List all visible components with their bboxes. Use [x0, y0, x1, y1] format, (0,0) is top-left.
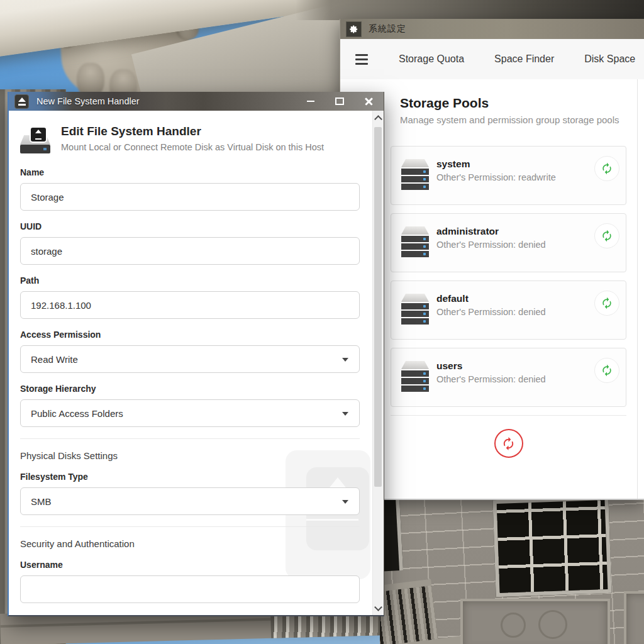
- bg-stone-wall: [380, 497, 644, 644]
- path-field[interactable]: [20, 291, 360, 319]
- storage-hierarchy-select[interactable]: Public Access Folders: [20, 399, 360, 427]
- access-permission-label: Access Permission: [20, 330, 360, 340]
- page-title: Storage Pools: [400, 96, 644, 111]
- panel-divider: [637, 79, 638, 499]
- bg-relief-panel: [460, 599, 610, 644]
- dialog-body: Edit File System Handler Mount Local or …: [9, 111, 384, 615]
- storage-hierarchy-label: Storage Hierarchy: [20, 384, 360, 394]
- pool-name: administrator: [436, 226, 546, 237]
- path-label: Path: [20, 275, 360, 286]
- pool-card-system[interactable]: system Other's Permission: readwrite: [391, 146, 626, 205]
- pool-text: administrator Other's Permission: denied: [436, 226, 546, 250]
- access-permission-value: Read Write: [31, 354, 78, 365]
- dialog-header-text: Edit File System Handler Mount Local or …: [61, 125, 324, 157]
- server-icon: [401, 159, 429, 190]
- dialog-titlebar[interactable]: New File System Handler: [9, 92, 384, 111]
- settings-content: Storage Pools Manage system and permissi…: [340, 79, 644, 500]
- filesystem-type-label: Filesystem Type: [20, 472, 360, 482]
- pool-refresh-button[interactable]: [594, 358, 619, 383]
- pool-text: system Other's Permission: readwrite: [436, 158, 556, 182]
- pool-refresh-button[interactable]: [594, 156, 619, 181]
- server-icon: [401, 361, 429, 392]
- scroll-up-icon[interactable]: [373, 113, 384, 123]
- pool-refresh-button[interactable]: [594, 223, 619, 248]
- refresh-icon: [601, 364, 613, 377]
- uuid-field[interactable]: [20, 237, 360, 265]
- window-controls: [306, 97, 384, 106]
- scrollbar-thumb[interactable]: [374, 127, 382, 487]
- tab-disk-space[interactable]: Disk Space: [584, 53, 635, 65]
- storage-pool-list: system Other's Permission: readwrite adm…: [391, 146, 626, 458]
- settings-titlebar[interactable]: 系統設定: [340, 19, 644, 39]
- chevron-down-icon: [342, 500, 348, 504]
- dialog-heading: Edit File System Handler: [61, 125, 324, 138]
- server-icon: [401, 294, 429, 325]
- section-divider: [20, 438, 360, 439]
- filesystem-type-select[interactable]: SMB: [20, 487, 360, 515]
- filesystem-type-value: SMB: [31, 496, 52, 507]
- pool-name: default: [436, 293, 546, 304]
- scroll-down-icon[interactable]: [373, 603, 384, 613]
- refresh-icon: [501, 436, 516, 451]
- storage-hierarchy-value: Public Access Folders: [31, 408, 123, 419]
- pool-permission: Other's Permission: readwrite: [436, 172, 556, 182]
- dialog-title: New File System Handler: [36, 96, 140, 106]
- page-subtitle: Manage system and permission group stora…: [400, 114, 644, 125]
- pool-card-default[interactable]: default Other's Permission: denied: [391, 280, 626, 340]
- bg-balustrade: [380, 579, 439, 644]
- list-divider: [391, 415, 626, 416]
- bg-entablature-seam: [0, 618, 277, 628]
- bg-window: [492, 497, 611, 597]
- refresh-icon: [601, 162, 613, 175]
- minimize-button[interactable]: [306, 97, 315, 106]
- pool-permission: Other's Permission: denied: [436, 307, 546, 317]
- dialog-header: Edit File System Handler Mount Local or …: [20, 125, 360, 157]
- pool-name: system: [436, 158, 556, 170]
- section-divider: [20, 526, 360, 527]
- bg-relief-panel: [624, 591, 644, 644]
- refresh-icon: [601, 230, 613, 242]
- name-label: Name: [20, 167, 360, 177]
- dialog-scrollbar[interactable]: [372, 111, 384, 615]
- settings-toolbar: Storage Quota Space Finder Disk Space: [340, 39, 644, 80]
- settings-window-title: 系統設定: [369, 23, 406, 35]
- disk-drive-icon: [20, 126, 50, 157]
- server-icon: [401, 226, 429, 257]
- menu-icon[interactable]: [355, 54, 368, 65]
- dialog-subheading: Mount Local or Connect Remote Disk as Vi…: [61, 142, 324, 152]
- tab-storage-quota[interactable]: Storage Quota: [399, 53, 464, 65]
- gear-icon: [346, 21, 362, 37]
- pool-card-users[interactable]: users Other's Permission: denied: [391, 348, 626, 407]
- refresh-icon: [601, 297, 613, 309]
- chevron-down-icon: [342, 358, 348, 362]
- username-label: Username: [20, 560, 360, 570]
- settings-tabs: Storage Quota Space Finder Disk Space: [399, 53, 635, 65]
- pool-card-administrator[interactable]: administrator Other's Permission: denied: [391, 213, 626, 272]
- file-system-handler-dialog: New File System Handler Edit File System…: [8, 92, 384, 616]
- refresh-all-button[interactable]: [494, 429, 523, 458]
- maximize-button[interactable]: [335, 97, 344, 106]
- pool-permission: Other's Permission: denied: [436, 240, 546, 250]
- tab-space-finder[interactable]: Space Finder: [494, 53, 554, 65]
- pool-name: users: [436, 360, 546, 372]
- chevron-down-icon: [342, 412, 348, 416]
- page-header: Storage Pools Manage system and permissi…: [400, 96, 644, 125]
- username-field[interactable]: [20, 575, 360, 603]
- pool-text: default Other's Permission: denied: [436, 293, 546, 317]
- pool-text: users Other's Permission: denied: [436, 360, 546, 384]
- uuid-label: UUID: [20, 221, 360, 231]
- name-field[interactable]: [20, 183, 360, 211]
- physical-disks-section-title: Physical Disks Settings: [20, 450, 360, 461]
- settings-window: 系統設定 Storage Quota Space Finder Disk Spa…: [340, 19, 644, 500]
- pool-refresh-button[interactable]: [594, 291, 619, 316]
- access-permission-select[interactable]: Read Write: [20, 345, 360, 373]
- eject-disk-icon: [14, 94, 29, 109]
- dialog-form: Name UUID Path Access Permission Read Wr…: [20, 167, 360, 603]
- close-button[interactable]: [364, 97, 374, 106]
- bg-top-shadow-strip: [296, 0, 644, 20]
- security-section-title: Security and Authentication: [20, 538, 360, 549]
- pool-permission: Other's Permission: denied: [436, 374, 546, 384]
